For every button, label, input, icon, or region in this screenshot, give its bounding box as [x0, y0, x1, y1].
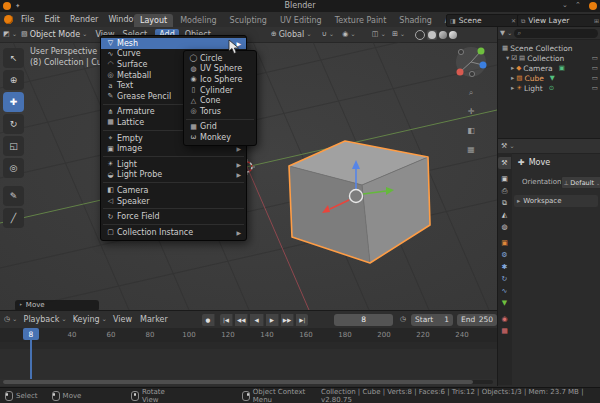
- end-frame-field[interactable]: End 250: [457, 314, 497, 326]
- search-input[interactable]: [523, 29, 595, 37]
- pan-hand-icon[interactable]: ✛: [463, 108, 479, 116]
- tab-texture-paint[interactable]: Texture Paint: [329, 14, 393, 27]
- tab-particles[interactable]: ✱: [498, 261, 511, 273]
- restrict-render-icon[interactable]: ▭: [592, 75, 598, 82]
- scene-selector[interactable]: ◨ Scene ✕: [446, 14, 520, 27]
- snap-magnet-icon[interactable]: ∪: [322, 31, 327, 38]
- shading-wireframe-icon[interactable]: [415, 30, 425, 40]
- view-layer-new-icon[interactable]: ⊞: [594, 17, 599, 24]
- restrict-render-icon[interactable]: ▭: [592, 85, 598, 92]
- tab-physics[interactable]: ↻: [498, 273, 511, 285]
- outliner-row-scene-collection[interactable]: ▦ Scene Collection: [502, 43, 598, 53]
- blender-logo-icon[interactable]: [4, 15, 13, 24]
- tool-measure[interactable]: ╱: [3, 208, 24, 228]
- mesh-submenu-item-circle[interactable]: ◯ Circle: [184, 53, 256, 64]
- window-maximize-button[interactable]: ⌃: [575, 2, 581, 9]
- tab-world[interactable]: ◍: [498, 221, 511, 233]
- mesh-submenu-item-ico-sphere[interactable]: ◉ Ico Sphere: [184, 74, 256, 85]
- axis-ball-y[interactable]: [478, 48, 485, 55]
- mesh-submenu-item-cone[interactable]: △ Cone: [184, 95, 256, 106]
- shading-solid-active[interactable]: [427, 30, 437, 40]
- navigation-gizmo[interactable]: [456, 47, 487, 77]
- preview-range-icon[interactable]: ◷: [400, 316, 406, 323]
- add-menu-item-mesh[interactable]: ▽ Mesh▶: [101, 38, 246, 49]
- timeline-tracks[interactable]: [0, 342, 497, 379]
- add-menu-item-force-field[interactable]: ↻ Force Field: [101, 211, 246, 222]
- window-minimize-button[interactable]: ⌄: [562, 2, 568, 9]
- tab-sculpting[interactable]: Sculpting: [224, 14, 273, 27]
- operator-panel[interactable]: ‣ Move: [15, 300, 99, 310]
- menu-marker[interactable]: Marker: [140, 316, 168, 324]
- mesh-submenu-item-uv-sphere[interactable]: ◍ UV Sphere: [184, 64, 256, 75]
- start-frame-field[interactable]: Start 1: [411, 314, 453, 326]
- play-button[interactable]: ▶: [266, 314, 279, 326]
- zoom-icon[interactable]: ⌕: [463, 89, 479, 97]
- tool-rotate[interactable]: ↻: [3, 114, 24, 134]
- jump-start-button[interactable]: |◀: [220, 314, 233, 326]
- axis-ball-neg[interactable]: [458, 49, 463, 54]
- menu-view-timeline[interactable]: View: [113, 316, 132, 324]
- play-reverse-button[interactable]: ◀: [250, 314, 263, 326]
- shading-rendered-icon[interactable]: [449, 31, 457, 39]
- timeline-ruler[interactable]: 20 40 60 80 100 120 140 160 180 200 220 …: [0, 328, 497, 343]
- add-menu-item-light-probe[interactable]: ◒ Light Probe▶: [101, 170, 246, 181]
- outliner-row-light[interactable]: ▸ ☀ Light ⊙ ▭: [511, 83, 598, 93]
- axis-ball-z[interactable]: [480, 62, 487, 69]
- scrollbar-thumb[interactable]: [3, 380, 473, 384]
- tab-modeling[interactable]: Modeling: [174, 14, 222, 27]
- camera-view-icon[interactable]: ◧: [463, 127, 479, 135]
- timeline-scrollbar[interactable]: [3, 380, 493, 384]
- tool-scale[interactable]: ◱: [3, 136, 24, 156]
- outliner-row-collection[interactable]: ▾ ☑ ▤ Collection ▭: [506, 53, 598, 63]
- auto-key-button[interactable]: ●: [202, 314, 215, 326]
- tab-material[interactable]: ◉: [498, 313, 511, 325]
- menu-file[interactable]: File: [16, 13, 39, 26]
- current-frame-field[interactable]: 8: [334, 314, 392, 326]
- mesh-submenu-item-cylinder[interactable]: ▯ Cylinder: [184, 85, 256, 96]
- add-menu-item-light[interactable]: ☀ Light▶: [101, 159, 246, 170]
- expander-icon[interactable]: ▸: [511, 65, 514, 72]
- filter-icon[interactable]: ▼: [500, 30, 505, 37]
- view-layer-selector[interactable]: ⧉ View Layer ⊞: [517, 14, 600, 27]
- tab-object[interactable]: ▣: [498, 237, 511, 249]
- tab-output[interactable]: ⎙: [498, 185, 511, 197]
- playhead-badge[interactable]: 8: [23, 328, 39, 340]
- orientation-dropdown[interactable]: ⟂ Default ⌄: [561, 176, 600, 189]
- tool-annotate[interactable]: ✎: [3, 186, 24, 206]
- outliner-row-cube[interactable]: ▸ ▧ Cube ▼ ▭: [511, 73, 598, 83]
- playhead-line[interactable]: [30, 340, 32, 379]
- tab-constraints[interactable]: ∿: [498, 285, 511, 297]
- restrict-render-icon[interactable]: ▭: [592, 65, 598, 72]
- expander-icon[interactable]: ▾: [506, 55, 509, 62]
- orientation-dropdown[interactable]: Global: [279, 31, 305, 39]
- tool-transform[interactable]: ◎: [3, 158, 24, 178]
- proportional-editing-icon[interactable]: ◉: [342, 31, 348, 38]
- ortho-toggle-icon[interactable]: ▦: [463, 146, 479, 154]
- tab-scene[interactable]: ◭: [498, 209, 511, 221]
- overlays-icon[interactable]: ◫: [372, 31, 379, 38]
- tab-modifiers[interactable]: ⚙: [498, 249, 511, 261]
- menu-edit[interactable]: Edit: [39, 13, 65, 26]
- mesh-submenu-item-grid[interactable]: ▦ Grid: [184, 122, 256, 133]
- add-menu-item-collection-instance[interactable]: ▢ Collection Instance▶: [101, 227, 246, 238]
- collection-checkbox[interactable]: ☑: [511, 55, 517, 62]
- viewport-3d[interactable]: ◩ ⌄ ▧ Object Mode ⌄ View Select Add Obje…: [0, 27, 498, 310]
- tab-active-tool[interactable]: ⚒: [498, 157, 511, 169]
- mesh-submenu-item-monkey[interactable]: ω Monkey: [184, 132, 256, 143]
- mode-dropdown[interactable]: Object Mode: [30, 31, 80, 39]
- workspace-panel-header[interactable]: ▸ Workspace: [514, 195, 598, 207]
- gizmos-icon[interactable]: ⊞: [392, 31, 398, 38]
- add-menu-item-speaker[interactable]: ◁ Speaker: [101, 196, 246, 207]
- tool-select-box[interactable]: ↖: [3, 48, 24, 68]
- shading-material-icon[interactable]: [439, 31, 447, 39]
- tool-move[interactable]: ✚: [3, 92, 24, 112]
- next-keyframe-button[interactable]: ▶▶: [281, 314, 294, 326]
- menu-playback[interactable]: Playback: [24, 316, 60, 324]
- scene-unlink-icon[interactable]: ✕: [511, 17, 516, 24]
- add-menu-item-camera[interactable]: ◧ Camera: [101, 185, 246, 196]
- tab-uv-editing[interactable]: UV Editing: [274, 14, 328, 27]
- mesh-submenu-item-torus[interactable]: ◎ Torus: [184, 106, 256, 117]
- editor-type-icon[interactable]: ◩: [3, 31, 10, 38]
- properties-editor-icon[interactable]: ⚒: [501, 143, 507, 150]
- prev-keyframe-button[interactable]: ◀◀: [235, 314, 248, 326]
